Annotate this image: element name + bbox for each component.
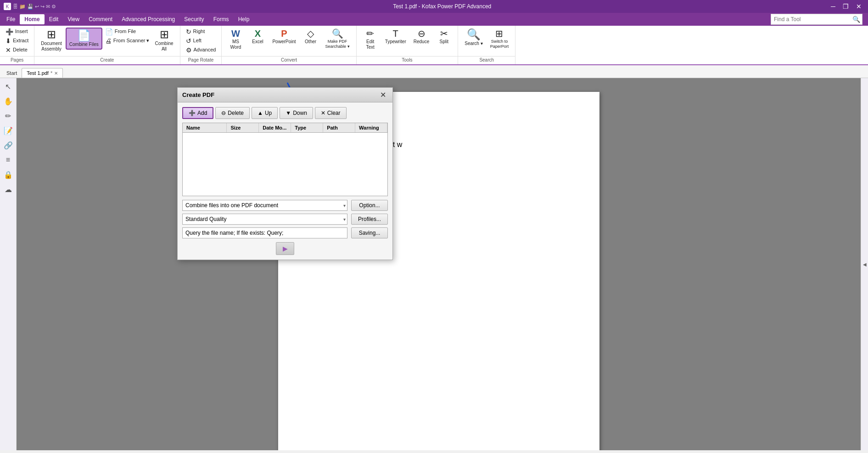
- ribbon-btn-rotate-right[interactable]: ↻ Right: [184, 28, 218, 36]
- dialog-option-button[interactable]: Option...: [351, 200, 388, 211]
- ribbon-btn-rotate-advanced[interactable]: ⚙ Advanced: [184, 46, 218, 54]
- minimize-button[interactable]: ─: [828, 2, 838, 11]
- filename-input[interactable]: [182, 227, 347, 238]
- ribbon-btn-combine-all[interactable]: ⊞ CombineAll: [152, 28, 176, 53]
- col-type: Type: [291, 123, 323, 132]
- ribbon-btn-split[interactable]: ✂ Split: [434, 28, 454, 46]
- menu-help[interactable]: Help: [234, 14, 254, 24]
- ribbon-btn-rotate-left[interactable]: ↺ Left: [184, 37, 218, 45]
- tool-note[interactable]: 📝: [2, 124, 15, 137]
- dialog-clear-button[interactable]: ✕ Clear: [315, 107, 347, 119]
- document-area: Test Document #1 There are many convenie…: [17, 78, 861, 450]
- ribbon-btn-insert[interactable]: ➕ Insert: [4, 28, 30, 36]
- from-scanner-icon: 🖨: [105, 38, 112, 44]
- ribbon-btn-extract[interactable]: ⬇ Extract: [4, 37, 30, 45]
- page-rotate-group-label: Page Rotate: [180, 56, 222, 63]
- tool-link[interactable]: 🔗: [2, 139, 15, 152]
- col-size: Size: [227, 123, 259, 132]
- right-panel-collapse[interactable]: ◀: [861, 78, 868, 450]
- tab-close-button[interactable]: ✕: [54, 71, 58, 76]
- combine-files-icon: 📄: [77, 30, 91, 41]
- menu-advanced-processing[interactable]: Advanced Processing: [117, 14, 179, 24]
- menu-comment[interactable]: Comment: [84, 14, 117, 24]
- dialog-run-button[interactable]: ▶: [276, 242, 294, 255]
- window-title: Test 1.pdf - Kofax Power PDF Advanced: [56, 3, 828, 10]
- ribbon-group-convert: W MSWord X Excel P PowerPoint ◇ Other 🔍 …: [222, 26, 356, 64]
- menu-home[interactable]: Home: [20, 14, 44, 24]
- up-icon: ▲: [258, 110, 263, 116]
- ribbon-btn-delete[interactable]: ✕ Delete: [4, 46, 30, 54]
- menu-file[interactable]: File: [2, 14, 20, 24]
- ribbon-btn-ms-word[interactable]: W MSWord: [225, 28, 246, 51]
- file-list-body: [183, 133, 387, 193]
- ribbon-btn-combine-files[interactable]: 📄 Combine Files: [66, 28, 102, 50]
- create-pdf-dialog: Create PDF ✕ ➕ Add ⊖ Delete ▲ Up: [177, 87, 393, 260]
- combine-options-select[interactable]: Combine files into one PDF document Appe…: [182, 200, 347, 211]
- menu-view[interactable]: View: [63, 14, 84, 24]
- tools-group-label: Tools: [357, 56, 458, 63]
- menu-security[interactable]: Security: [179, 14, 208, 24]
- dialog-saving-button[interactable]: Saving...: [351, 227, 388, 238]
- dialog-profiles-button[interactable]: Profiles...: [351, 214, 388, 225]
- menu-edit[interactable]: Edit: [45, 14, 63, 24]
- main-area: ↖ ✋ ✏ 📝 🔗 ≡ 🔒 ☁ Test Document #1 There a…: [0, 78, 868, 450]
- ribbon-btn-from-scanner[interactable]: 🖨 From Scanner ▾: [103, 37, 151, 45]
- clear-icon: ✕: [321, 110, 325, 116]
- ribbon-group-pages: ➕ Insert ⬇ Extract ✕ Delete Pages: [0, 26, 34, 64]
- dialog-titlebar: Create PDF ✕: [178, 88, 392, 102]
- ribbon-group-page-rotate: ↻ Right ↺ Left ⚙ Advanced Page Rotate: [180, 26, 222, 64]
- ribbon-btn-edit-text[interactable]: ✏ EditText: [360, 28, 381, 51]
- ribbon-btn-switch-paperport[interactable]: ⊞ Switch toPaperPort: [487, 28, 512, 51]
- switch-paperport-icon: ⊞: [495, 29, 503, 38]
- restore-button[interactable]: ❐: [840, 2, 851, 11]
- tool-pen[interactable]: ✏: [2, 109, 15, 122]
- ribbon-btn-powerpoint[interactable]: P PowerPoint: [269, 28, 298, 46]
- tool-select[interactable]: ↖: [2, 80, 15, 93]
- find-tool-input[interactable]: [771, 16, 851, 23]
- search-icon: 🔍: [467, 29, 481, 40]
- find-tool-search-icon[interactable]: 🔍: [851, 16, 862, 23]
- close-button[interactable]: ✕: [853, 2, 864, 11]
- window-controls: ─ ❐ ✕: [828, 2, 864, 11]
- ribbon-btn-make-pdf-searchable[interactable]: 🔍 Make PDFSearchable ▾: [323, 28, 353, 51]
- dialog-add-button[interactable]: ➕ Add: [182, 107, 213, 119]
- ribbon: ➕ Insert ⬇ Extract ✕ Delete Pages ⊞ Docu…: [0, 26, 868, 65]
- tab-document[interactable]: Test 1.pdf * ✕: [22, 68, 63, 78]
- combine-options-row: Combine files into one PDF document Appe…: [182, 200, 388, 211]
- rotate-right-icon: ↻: [186, 28, 191, 35]
- dialog-close-button[interactable]: ✕: [378, 91, 388, 99]
- dialog-up-button[interactable]: ▲ Up: [252, 107, 278, 119]
- menu-forms[interactable]: Forms: [209, 14, 234, 24]
- col-path: Path: [323, 123, 355, 132]
- title-bar-left: K 🗄 📁 💾 ↩ ↪ ✉ ⚙: [4, 3, 56, 10]
- quality-options-row: Standard Quality High Quality Low Qualit…: [182, 214, 388, 225]
- convert-group-label: Convert: [222, 56, 356, 63]
- find-tool-area: 🔍: [767, 14, 866, 25]
- play-icon: ▶: [283, 245, 288, 252]
- ribbon-btn-from-file[interactable]: 📄 From File: [103, 28, 151, 36]
- tab-start[interactable]: Start: [2, 68, 22, 78]
- rotate-left-icon: ↺: [186, 38, 191, 44]
- dialog-delete-icon: ⊖: [221, 110, 226, 116]
- dialog-down-button[interactable]: ▼ Down: [280, 107, 313, 119]
- typewriter-icon: T: [393, 29, 398, 38]
- ribbon-btn-search[interactable]: 🔍 Search ▾: [462, 28, 485, 48]
- other-icon: ◇: [307, 29, 314, 38]
- dialog-delete-button[interactable]: ⊖ Delete: [215, 107, 250, 119]
- ribbon-btn-excel[interactable]: X Excel: [247, 28, 268, 46]
- quality-options-select[interactable]: Standard Quality High Quality Low Qualit…: [182, 214, 347, 225]
- tool-list[interactable]: ≡: [2, 153, 15, 166]
- ribbon-btn-typewriter[interactable]: T Typewriter: [382, 28, 409, 46]
- tool-cloud[interactable]: ☁: [2, 183, 15, 196]
- tool-lock[interactable]: 🔒: [2, 168, 15, 181]
- ribbon-btn-other[interactable]: ◇ Other: [301, 28, 321, 46]
- file-list: Name Size Date Mo... Type Path Warning: [182, 123, 388, 196]
- plus-icon: ➕: [189, 110, 196, 116]
- tool-pan[interactable]: ✋: [2, 95, 15, 108]
- ribbon-btn-document-assembly[interactable]: ⊞ DocumentAssembly: [38, 28, 65, 53]
- ribbon-btn-reduce[interactable]: ⊖ Reduce: [411, 28, 432, 46]
- tab-document-label: Test 1.pdf: [27, 70, 49, 76]
- split-icon: ✂: [440, 29, 448, 38]
- filename-row: Saving...: [182, 227, 388, 238]
- from-file-icon: 📄: [105, 28, 113, 35]
